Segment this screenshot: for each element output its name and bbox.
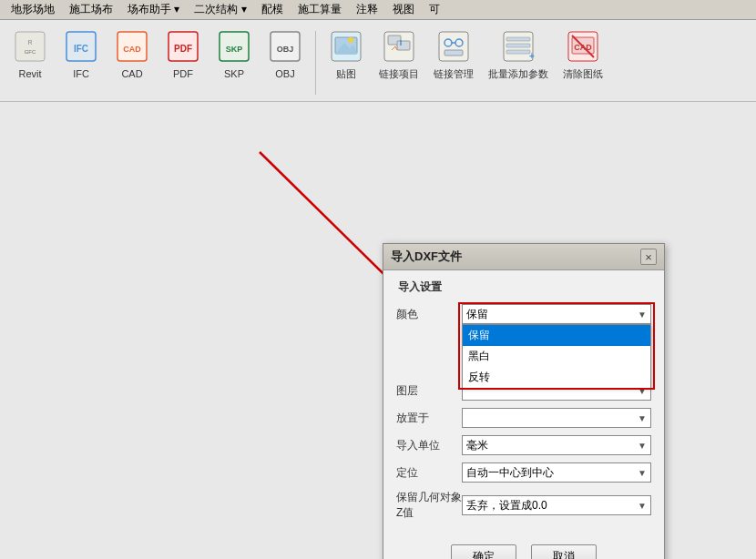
svg-point-16 [348,37,353,43]
zvalue-label: 保留几何对象Z值 [396,490,462,521]
svg-text:SKP: SKP [226,45,243,54]
zvalue-select[interactable]: 丢弃，设置成0.0 ▼ [462,495,651,515]
pdf-label: PDF [173,68,193,80]
dialog-title: 导入DXF文件 [391,249,462,265]
toolbar-group-import: R GFC Revit IFC IFC CAD CAD [5,24,310,97]
ifc-label: IFC [73,68,89,80]
skp-label: SKP [224,68,244,80]
zvalue-arrow-icon: ▼ [638,501,647,511]
ok-button[interactable]: 确定 [451,544,516,559]
dialog-body: 导入设置 颜色 保留 ▼ 保留 黑白 反转 [383,270,664,537]
position-row: 定位 自动一中心到中心 ▼ [396,462,651,483]
clear-draw-label: 清除图纸 [563,68,603,80]
tool-batch-add[interactable]: + 批量添加参数 [482,24,555,97]
cad-label: CAD [121,68,142,80]
unit-select[interactable]: 毫米 ▼ [462,435,651,455]
unit-value: 毫米 [466,438,488,453]
color-arrow-icon: ▼ [638,310,647,320]
svg-text:+: + [529,51,535,61]
link-item-label: 链接项目 [379,68,419,80]
color-row: 颜色 保留 ▼ 保留 黑白 反转 [396,304,651,324]
link-manage-icon [435,28,472,65]
color-dropdown-list: 保留 黑白 反转 [462,324,651,389]
tool-paste-img[interactable]: 贴图 [322,24,371,97]
unit-arrow-icon: ▼ [638,441,647,451]
tool-link-item[interactable]: 链接项目 [373,24,425,97]
menu-changbu[interactable]: 场布助手 ▾ [120,0,187,19]
tool-link-manage[interactable]: 链接管理 [427,24,480,97]
menu-dixin[interactable]: 地形场地 [4,0,62,19]
clear-draw-icon: CAD [565,28,601,65]
color-option-bw[interactable]: 黑白 [463,346,650,367]
svg-rect-28 [506,44,530,47]
toolbar-group-other: 贴图 链接项目 [322,24,609,97]
color-option-keep[interactable]: 保留 [463,325,650,346]
menu-ercijiegou[interactable]: 二次结构 ▾ [187,0,253,19]
color-option-invert[interactable]: 反转 [463,367,650,388]
svg-text:R: R [27,39,32,46]
cad-icon: CAD [114,28,150,65]
batch-add-label: 批量添加参数 [488,68,548,80]
menu-suanliang[interactable]: 施工算量 [291,0,349,19]
tool-ifc[interactable]: IFC IFC [56,24,106,97]
menu-ke[interactable]: 可 [422,0,447,19]
color-label: 颜色 [396,307,462,322]
menu-peimo[interactable]: 配模 [254,0,291,19]
link-item-icon [381,28,417,65]
menu-zhushi[interactable]: 注释 [349,0,385,19]
menubar: 地形场地 施工场布 场布助手 ▾ 二次结构 ▾ 配模 施工算量 注释 视图 可 [0,0,756,20]
svg-rect-27 [506,37,530,41]
place-label: 放置于 [396,411,462,426]
skp-icon: SKP [216,28,252,65]
dialog-close-button[interactable]: × [640,249,657,265]
place-arrow-icon: ▼ [638,413,647,423]
svg-rect-21 [439,32,468,61]
section-title: 导入设置 [396,280,651,295]
menu-shigong[interactable]: 施工场布 [62,0,120,19]
tool-pdf[interactable]: PDF PDF [158,24,208,97]
svg-rect-0 [15,32,45,61]
pdf-icon: PDF [165,28,201,65]
svg-rect-25 [444,50,463,56]
revit-icon: R GFC [12,28,48,65]
svg-text:CAD: CAD [123,45,141,54]
tool-obj[interactable]: OBJ OBJ [261,24,310,97]
toolbar: R GFC Revit IFC IFC CAD CAD [0,20,756,102]
svg-text:GFC: GFC [25,49,36,55]
zvalue-value: 丢弃，设置成0.0 [466,498,547,513]
color-select[interactable]: 保留 ▼ [462,304,651,324]
unit-row: 导入单位 毫米 ▼ [396,435,651,455]
obj-label: OBJ [275,68,294,80]
dialog-footer: 确定 取消 [383,537,664,559]
svg-text:OBJ: OBJ [277,45,294,54]
link-manage-label: 链接管理 [434,68,474,80]
layer-label: 图层 [396,383,462,399]
tool-cad[interactable]: CAD CAD [107,24,157,97]
place-row: 放置于 ▼ [396,408,651,428]
tool-skp[interactable]: SKP SKP [209,24,259,97]
ifc-icon: IFC [63,28,99,65]
batch-add-icon: + [500,28,536,65]
position-value: 自动一中心到中心 [466,465,554,481]
cancel-button[interactable]: 取消 [531,544,597,559]
svg-rect-19 [397,41,410,50]
zvalue-row: 保留几何对象Z值 丢弃，设置成0.0 ▼ [396,490,651,521]
tool-clear-draw[interactable]: CAD 清除图纸 [557,24,609,97]
position-label: 定位 [396,465,462,481]
svg-text:PDF: PDF [174,44,192,54]
place-select[interactable]: ▼ [462,408,651,428]
paste-img-icon [328,28,364,65]
svg-rect-29 [506,50,530,54]
menu-shitu[interactable]: 视图 [385,0,422,19]
paste-img-label: 贴图 [336,68,356,80]
obj-icon: OBJ [267,28,303,65]
toolbar-separator-1 [315,31,316,95]
tool-revit[interactable]: R GFC Revit [5,24,55,97]
import-dialog: 导入DXF文件 × 导入设置 颜色 保留 ▼ 保留 黑白 反转 [383,243,665,559]
svg-text:IFC: IFC [74,44,88,54]
unit-label: 导入单位 [396,438,462,453]
position-select[interactable]: 自动一中心到中心 ▼ [462,462,651,483]
revit-label: Revit [18,68,41,80]
dialog-titlebar: 导入DXF文件 × [383,244,664,270]
main-area: 导入DXF文件 × 导入设置 颜色 保留 ▼ 保留 黑白 反转 [0,102,756,559]
